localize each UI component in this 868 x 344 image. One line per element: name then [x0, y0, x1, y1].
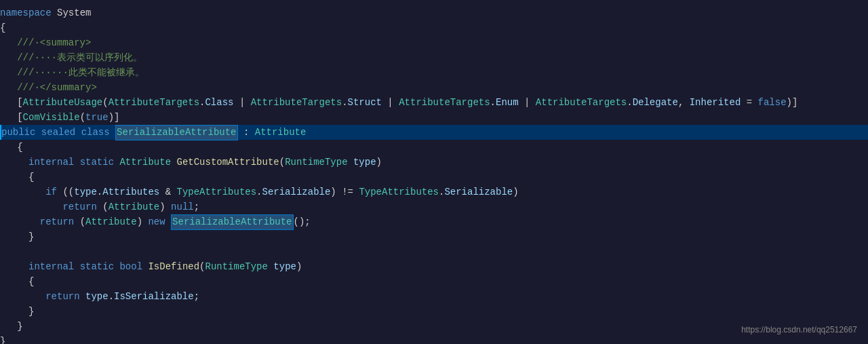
watermark: https://blog.csdn.net/qq2512667: [741, 324, 857, 336]
code-line-21: }: [0, 304, 868, 319]
code-line-10: {: [0, 140, 868, 155]
code-line-4: ///····表示类可以序列化。: [0, 50, 868, 65]
code-line-13: if ((type.Attributes & TypeAttributes.Se…: [0, 185, 868, 199]
code-line-7: [AttributeUsage(AttributeTargets.Class |…: [0, 95, 868, 110]
code-line-9: public sealed class SerializableAttribut…: [0, 125, 868, 140]
code-line-19: {: [0, 274, 868, 289]
code-editor: namespace System { ///·<summary> ///····…: [0, 0, 868, 344]
code-line-3: ///·<summary>: [0, 35, 868, 50]
code-line-12: {: [0, 170, 868, 185]
code-line-16: }: [0, 229, 868, 244]
code-line-15: return (Attribute) new SerializableAttri…: [0, 214, 868, 229]
namespace-name: System: [57, 6, 91, 20]
code-line-6: ///·</summary>: [0, 80, 868, 95]
code-line-1: namespace System: [0, 5, 868, 20]
code-line-5: ///······此类不能被继承。: [0, 65, 868, 80]
code-line-23: }: [0, 334, 868, 344]
code-line-8: [ComVisible(true)]: [0, 110, 868, 125]
code-line-18: internal static bool IsDefined(RuntimeTy…: [0, 259, 868, 274]
code-line-14: return (Attribute) null;: [0, 199, 868, 214]
code-line-17: [0, 244, 868, 259]
code-line-2: {: [0, 20, 868, 35]
code-line-22: }: [0, 319, 868, 334]
code-line-11: internal static Attribute GetCustomAttri…: [0, 155, 868, 170]
code-line-20: return type.IsSerializable;: [0, 289, 868, 304]
keyword-namespace: namespace: [0, 6, 52, 20]
